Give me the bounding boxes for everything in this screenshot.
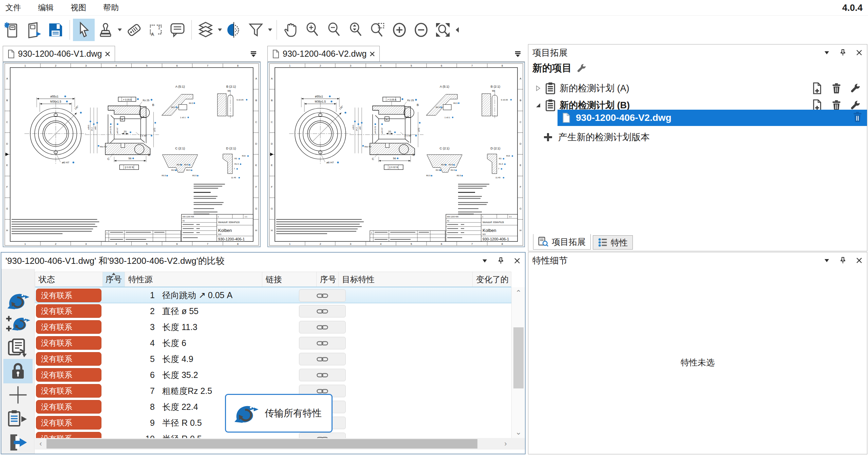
- col-target[interactable]: 目标特性: [339, 272, 473, 287]
- col-target-no[interactable]: 序号: [317, 272, 339, 287]
- svg-text:B (2:1): B (2:1): [491, 85, 500, 88]
- pan-hand-button[interactable]: [280, 19, 302, 41]
- compare-halves-button[interactable]: [223, 19, 245, 41]
- svg-text:6: 6: [441, 64, 442, 67]
- link-button[interactable]: [299, 353, 346, 365]
- tab-list-button[interactable]: [513, 49, 523, 59]
- comparison-table-row[interactable]: 没有联系 3 长度 11.3: [35, 319, 511, 335]
- vertical-scroll-thumb[interactable]: [513, 327, 524, 388]
- col-changed[interactable]: 变化了的: [473, 272, 511, 287]
- col-source[interactable]: 特性源: [125, 272, 262, 287]
- run-plan-tool[interactable]: [3, 406, 33, 431]
- add-transfer-tool[interactable]: [3, 311, 33, 336]
- link-button[interactable]: [299, 321, 346, 333]
- expander-expanded-icon[interactable]: [536, 103, 541, 108]
- zoom-out-button[interactable]: [323, 19, 345, 41]
- comparison-table-row[interactable]: 没有联系 2 直径 ø 55: [35, 303, 511, 319]
- select-region-numbered-button[interactable]: 1A: [145, 19, 167, 41]
- menu-file[interactable]: 文件: [5, 2, 21, 13]
- comparison-table-row[interactable]: 没有联系 1 径向跳动 ↗ 0.05 A: [35, 287, 511, 303]
- link-button[interactable]: [299, 337, 346, 349]
- svg-text:R3: R3: [234, 158, 237, 160]
- select-cursor-button[interactable]: [73, 19, 95, 41]
- menu-edit[interactable]: 编辑: [38, 2, 54, 13]
- close-icon[interactable]: [855, 48, 864, 57]
- toolbar-collapse-arrow[interactable]: [454, 19, 460, 41]
- plan-row-a[interactable]: 新的检测计划 (A): [528, 80, 867, 97]
- link-button[interactable]: [299, 433, 346, 438]
- layers-button[interactable]: [195, 19, 216, 41]
- table-horizontal-scrollbar[interactable]: ‹ ›: [35, 438, 525, 450]
- tag-button[interactable]: [123, 19, 145, 41]
- link-button[interactable]: [299, 305, 346, 317]
- export-tool[interactable]: [3, 430, 33, 455]
- scroll-down-arrow[interactable]: ⌄: [512, 426, 525, 438]
- delete-icon[interactable]: [853, 111, 862, 125]
- decrease-button[interactable]: [410, 19, 432, 41]
- pin-icon[interactable]: [496, 256, 505, 265]
- add-version-button[interactable]: 产生新的检测计划版本: [543, 129, 650, 145]
- col-source-no[interactable]: 序号: [103, 272, 125, 287]
- zoom-region-button[interactable]: [367, 19, 389, 41]
- menu-help[interactable]: 帮助: [103, 2, 119, 13]
- close-icon[interactable]: [855, 256, 864, 265]
- scroll-up-arrow[interactable]: ⌃: [512, 287, 525, 299]
- zoom-fit-height-button[interactable]: [345, 19, 367, 41]
- comparison-table-row[interactable]: 没有联系 5 长度 4.9: [35, 351, 511, 367]
- svg-text:R0.5: R0.5: [436, 106, 440, 108]
- add-file-icon[interactable]: [811, 82, 824, 95]
- link-button[interactable]: [299, 289, 346, 302]
- copy-characteristics-tool[interactable]: [3, 336, 33, 360]
- comparison-table-row[interactable]: 没有联系 6 长度 35.2: [35, 367, 511, 383]
- comment-button[interactable]: [167, 19, 188, 41]
- close-icon[interactable]: [370, 52, 375, 56]
- zoom-in-button[interactable]: [302, 19, 323, 41]
- wrench-icon[interactable]: [577, 63, 587, 73]
- zoom-all-button[interactable]: [432, 19, 454, 41]
- selected-file-row[interactable]: 930-1200-406-V2.dwg: [558, 110, 867, 126]
- filter-button[interactable]: [245, 19, 267, 41]
- panel-menu-icon[interactable]: [822, 48, 831, 57]
- scroll-right-arrow[interactable]: ›: [500, 438, 511, 450]
- tab-list-button[interactable]: [248, 49, 259, 59]
- open-file-button[interactable]: [23, 19, 45, 41]
- new-file-button[interactable]: [1, 19, 23, 41]
- increase-button[interactable]: [389, 19, 410, 41]
- transfer-all-tool[interactable]: [3, 288, 33, 313]
- svg-text:M8: M8: [492, 90, 495, 92]
- col-link[interactable]: 链接: [262, 272, 317, 287]
- col-status[interactable]: 状态: [35, 272, 103, 287]
- expander-collapsed-icon[interactable]: [536, 85, 541, 91]
- close-icon[interactable]: [105, 52, 110, 56]
- characteristic-list-icon: [598, 238, 607, 247]
- save-button[interactable]: [45, 19, 67, 41]
- stamp-dropdown-caret[interactable]: [116, 19, 123, 41]
- stamp-button[interactable]: [95, 19, 116, 41]
- drawing-canvas-v1[interactable]: 12345678 12345678 ABCDEFGH ABCDEFGH M36x…: [3, 62, 261, 247]
- tab-project-extension[interactable]: 项目拓展: [533, 234, 591, 250]
- horizontal-scroll-thumb[interactable]: [46, 439, 477, 449]
- wrench-icon[interactable]: [849, 82, 862, 95]
- link-button[interactable]: [299, 369, 346, 381]
- transfer-all-button[interactable]: 传输所有特性: [225, 394, 333, 433]
- lock-tool[interactable]: [3, 359, 33, 383]
- close-icon[interactable]: [513, 256, 522, 265]
- tab-930-1200-406-v2[interactable]: 930-1200-406-V2.dwg: [267, 46, 380, 61]
- pin-icon[interactable]: [838, 48, 847, 57]
- tab-930-1200-406-v1[interactable]: 930-1200-406-V1.dwg: [3, 46, 115, 61]
- document-pane-v1: 930-1200-406-V1.dwg 12345678 12345678 AB…: [3, 46, 261, 247]
- panel-menu-icon[interactable]: [480, 256, 489, 265]
- table-vertical-scrollbar[interactable]: ⌃ ⌄: [511, 287, 525, 438]
- delete-icon[interactable]: [830, 82, 843, 95]
- panel-menu-icon[interactable]: [822, 256, 831, 265]
- filter-dropdown-caret[interactable]: [267, 19, 273, 41]
- menu-view[interactable]: 视图: [71, 2, 86, 13]
- drawing-canvas-v2[interactable]: 12345678 12345678 ABCDEFGH ABCDEFGH M36x…: [267, 62, 525, 247]
- add-characteristic-tool[interactable]: [3, 383, 33, 407]
- tab-characteristics[interactable]: 特性: [593, 235, 633, 250]
- layers-dropdown-caret[interactable]: [216, 19, 223, 41]
- comparison-table-row[interactable]: 没有联系 4 长度 6: [35, 335, 511, 351]
- scroll-left-arrow[interactable]: ‹: [35, 438, 46, 450]
- pin-icon[interactable]: [838, 256, 847, 265]
- svg-text:5: 5: [146, 64, 147, 67]
